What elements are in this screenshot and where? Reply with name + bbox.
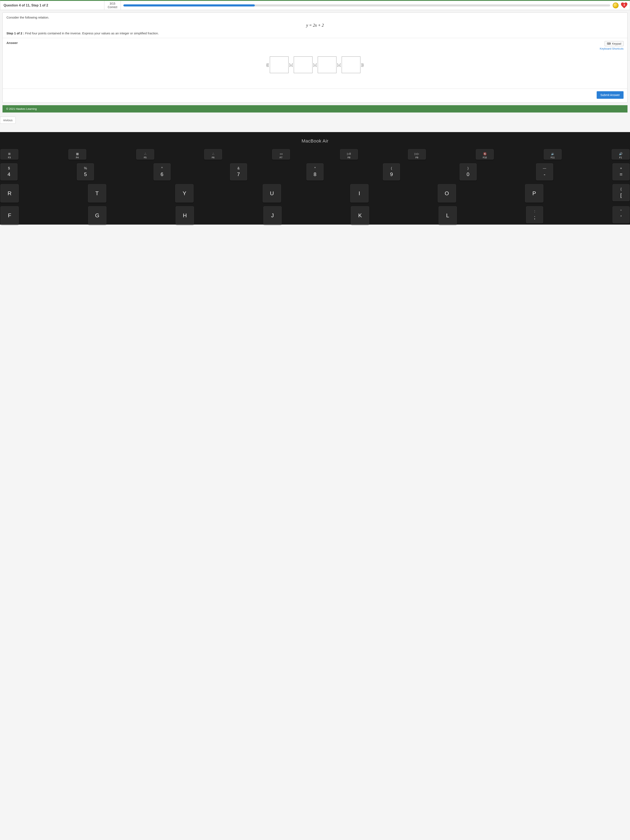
close-brace: )} bbox=[361, 63, 364, 67]
previous-button[interactable]: revious bbox=[0, 117, 16, 124]
key-k: K bbox=[351, 206, 369, 224]
key-r: R bbox=[0, 184, 19, 202]
key-f6: ∴F6 bbox=[204, 149, 222, 159]
key-f4: ▦F4 bbox=[68, 149, 86, 159]
letter-row-1: RTYUIOP{[ bbox=[0, 184, 630, 202]
question-title: Question 4 of 11, Step 1 of 2 bbox=[0, 1, 104, 10]
key-semicolon: :; bbox=[526, 206, 543, 223]
separator-1: ),( bbox=[289, 63, 293, 67]
score-box: 3/15 Correct bbox=[104, 1, 121, 10]
key-f1: 🔊F1 bbox=[612, 149, 630, 159]
key-7: &7 bbox=[230, 163, 247, 180]
key-f11: 🔉F11 bbox=[544, 149, 562, 159]
key-j: J bbox=[263, 206, 282, 224]
key-bracket: {[ bbox=[613, 184, 630, 201]
equation: y = 2x + 2 bbox=[6, 19, 624, 32]
step-line: Step 1 of 2 : Find four points contained… bbox=[6, 32, 624, 35]
key-4: $4 bbox=[0, 163, 17, 180]
score-count: 3/15 bbox=[108, 2, 117, 5]
key-=: += bbox=[613, 163, 630, 180]
key-l: L bbox=[439, 206, 457, 224]
keyboard-shortcuts-link[interactable]: Keyboard Shortcuts bbox=[600, 47, 624, 50]
prompt-text: Consider the following relation. bbox=[6, 16, 624, 19]
key-f9: ▷▷F9 bbox=[408, 149, 426, 159]
laptop-keyboard: MacBook Air ⊞F3▦F4∴F5∴F6◃◃F7▷IIF8▷▷F9🔇F1… bbox=[0, 132, 630, 224]
open-brace: {( bbox=[266, 63, 269, 67]
key-t: T bbox=[88, 184, 106, 202]
key-5: %5 bbox=[77, 163, 94, 180]
header-bar: Question 4 of 11, Step 1 of 2 3/15 Corre… bbox=[0, 0, 630, 10]
point-input-4[interactable] bbox=[342, 57, 360, 73]
number-row: $4%5^6&7*8(9)0—-+= bbox=[0, 163, 630, 180]
coin-icon bbox=[613, 3, 619, 8]
key-f5: ∴F5 bbox=[136, 149, 154, 159]
key-h: H bbox=[175, 206, 194, 224]
key-p: P bbox=[525, 184, 543, 202]
key-6: ^6 bbox=[153, 163, 171, 180]
key-f3: ⊞F3 bbox=[0, 149, 18, 159]
keypad-icon: ⌨ bbox=[607, 42, 611, 45]
key-f8: ▷IIF8 bbox=[340, 149, 358, 159]
answer-input-row: {( ),( ),( ),( )} bbox=[6, 50, 624, 85]
point-input-3[interactable] bbox=[318, 57, 336, 73]
separator-2: ),( bbox=[313, 63, 317, 67]
question-card: Consider the following relation. y = 2x … bbox=[3, 13, 627, 103]
keypad-label: Keypad bbox=[612, 42, 621, 45]
key-quote: "' bbox=[613, 206, 630, 223]
point-input-2[interactable] bbox=[294, 57, 313, 73]
separator-3: ),( bbox=[337, 63, 341, 67]
key-f: F bbox=[0, 206, 19, 224]
key-f10: 🔇F10 bbox=[476, 149, 494, 159]
submit-button[interactable]: Submit Answer bbox=[597, 91, 624, 99]
progress-area: 3 bbox=[121, 3, 630, 8]
letter-row-2: FGHJKL:;"' bbox=[0, 206, 630, 224]
key--: —- bbox=[536, 163, 553, 180]
step-label: Step 1 of 2 : bbox=[6, 32, 24, 35]
key-9: (9 bbox=[383, 163, 400, 180]
key-g: G bbox=[88, 206, 106, 224]
step-text: Find four points contained in the invers… bbox=[25, 32, 159, 35]
key-u: U bbox=[263, 184, 281, 202]
progress-fill bbox=[123, 5, 255, 6]
copyright-bar: © 2021 Hawkes Learning bbox=[3, 105, 627, 112]
progress-bar bbox=[123, 5, 610, 6]
key-i: I bbox=[350, 184, 368, 202]
answer-title: Answer bbox=[6, 41, 18, 44]
laptop-brand: MacBook Air bbox=[0, 136, 630, 149]
fn-row: ⊞F3▦F4∴F5∴F6◃◃F7▷IIF8▷▷F9🔇F10🔉F11🔊F1 bbox=[0, 149, 630, 159]
score-label: Correct bbox=[108, 5, 117, 9]
heart-count: 3 bbox=[623, 3, 625, 6]
heart-icon: 3 bbox=[621, 3, 627, 8]
key-y: Y bbox=[175, 184, 194, 202]
key-o: O bbox=[438, 184, 456, 202]
key-0: )0 bbox=[459, 163, 477, 180]
key-f7: ◃◃F7 bbox=[272, 149, 290, 159]
key-8: *8 bbox=[306, 163, 324, 180]
point-input-1[interactable] bbox=[270, 57, 289, 73]
keypad-button[interactable]: ⌨ Keypad bbox=[605, 41, 624, 46]
